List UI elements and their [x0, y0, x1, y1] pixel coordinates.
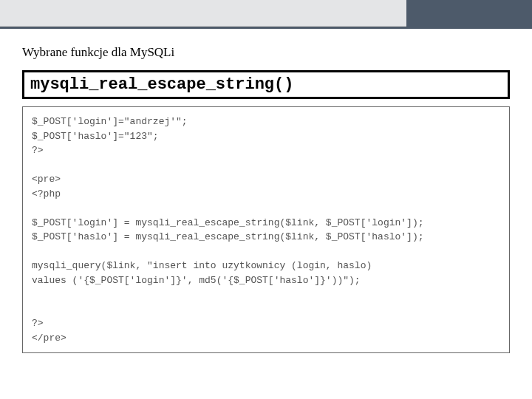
slide-content: Wybrane funkcje dla MySQLi mysqli_real_e…	[0, 29, 532, 353]
topbar-dark-segment	[406, 0, 532, 27]
section-title: Wybrane funkcje dla MySQLi	[22, 45, 510, 60]
function-header-box: mysqli_real_escape_string()	[22, 70, 510, 99]
topbar-light-segment	[0, 0, 406, 27]
slide-topbar	[0, 0, 532, 27]
code-block: $_POST['login']="andrzej'"; $_POST['hasl…	[22, 106, 510, 353]
